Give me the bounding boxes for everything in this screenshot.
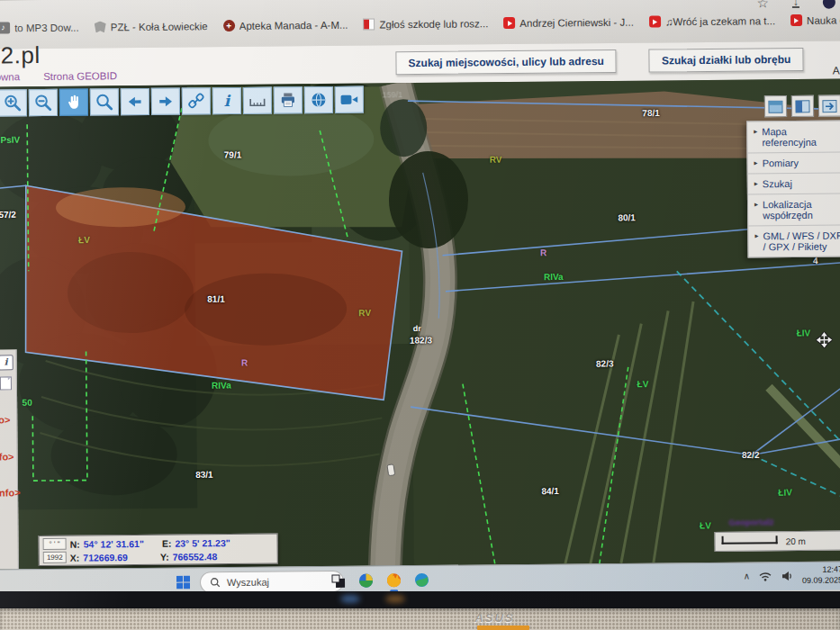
menu-item-label: Mapa referencyjna xyxy=(762,125,840,148)
map-label: ŁV xyxy=(78,235,90,245)
taskbar-clock[interactable]: 12:47 09.09.2025 xyxy=(802,565,840,587)
arrow-panel-icon[interactable] xyxy=(818,95,840,117)
zoom-in-icon xyxy=(3,93,23,112)
print-icon xyxy=(279,91,297,109)
map-label: RV xyxy=(358,308,371,318)
zoom-region-icon xyxy=(95,92,114,112)
bookmark-item[interactable]: Zgłoś szkodę lub rosz... xyxy=(363,17,488,30)
epsg-button[interactable]: 1992 xyxy=(43,552,67,563)
back-button[interactable] xyxy=(121,88,149,115)
camera-button[interactable] xyxy=(335,86,364,113)
globe-button[interactable] xyxy=(304,86,333,113)
bookmark-item[interactable]: Nauka czytania metod... xyxy=(790,14,840,26)
map-label: PsIV xyxy=(0,135,20,145)
start-button[interactable] xyxy=(176,575,190,592)
bookmark-item[interactable]: Apteka Manada - A-M... xyxy=(223,19,348,32)
youtube-icon xyxy=(503,17,515,29)
scale-label: 20 m xyxy=(786,536,806,545)
print-button[interactable] xyxy=(274,86,303,113)
split-panel-icon[interactable] xyxy=(791,95,814,117)
system-tray: ∧ 12:47 09.09.2025 xyxy=(744,565,840,587)
map-toolbar: i xyxy=(0,86,364,117)
y-label: Y: xyxy=(160,551,169,562)
pan-icon xyxy=(65,94,83,112)
info-link[interactable]: o> xyxy=(0,414,11,425)
info-icon[interactable]: i xyxy=(0,355,14,370)
map-label: 159/1 xyxy=(383,90,403,99)
forward-button[interactable] xyxy=(151,88,180,115)
info-button[interactable]: i xyxy=(212,87,241,114)
info-link[interactable]: nfo> xyxy=(0,487,21,498)
menu-item-label: Szukaj xyxy=(763,178,792,189)
task-view-icon[interactable] xyxy=(331,573,346,588)
forward-icon xyxy=(157,93,175,111)
globe-icon xyxy=(310,91,328,109)
speaker-grille xyxy=(0,608,840,630)
photos-app-icon[interactable] xyxy=(358,573,374,589)
measure-button[interactable] xyxy=(243,87,272,114)
wifi-icon[interactable] xyxy=(759,571,772,581)
menu-item[interactable]: ▸Szukaj xyxy=(748,173,840,194)
nav-link-geobid[interactable]: Strona GEOBID xyxy=(43,70,117,82)
map-attribution[interactable]: Geoportal2 xyxy=(728,517,773,526)
youtube-icon xyxy=(790,14,802,26)
menu-item-label: GML / WFS / DXF / GPX / Pikiety xyxy=(763,230,840,252)
left-panel-edge: i o>fo>nfo> xyxy=(0,349,19,569)
bookmark-item[interactable]: ♫Wróć ja czekam na t... xyxy=(649,14,775,27)
menu-item[interactable]: ▸Lokalizacja współrzędn xyxy=(748,194,840,226)
search-parcel-button[interactable]: Szukaj działki lub obrębu xyxy=(649,48,804,73)
bookmark-item[interactable]: Andrzej Cierniewski - J... xyxy=(503,16,634,29)
tray-chevron-icon[interactable]: ∧ xyxy=(744,572,750,581)
document-icon[interactable] xyxy=(0,376,12,390)
bookmarks-list: to MP3 Dow...PZŁ - Koła ŁowieckieApteka … xyxy=(0,11,840,34)
orange-sticker xyxy=(477,626,529,630)
pharmacy-icon xyxy=(223,20,235,32)
map-label: 82/2 xyxy=(742,450,760,460)
clock-date: 09.09.2025 xyxy=(802,575,840,586)
search-address-button[interactable]: Szukaj miejscowości, ulicy lub adresu xyxy=(395,50,617,75)
coordinates-panel: ° ' " N: 54° 12' 31.61" E: 23° 5' 21.23"… xyxy=(39,534,278,567)
scale-line xyxy=(722,536,778,544)
youtube-icon xyxy=(649,15,661,27)
map-label: R xyxy=(540,248,546,257)
volume-icon[interactable] xyxy=(781,571,793,581)
menu-item[interactable]: ▸Pomiary xyxy=(747,152,840,174)
map-label: dr xyxy=(413,324,421,333)
north-value: 54° 12' 31.61" xyxy=(84,537,144,549)
search-icon xyxy=(210,577,221,588)
menu-item[interactable]: ▸Mapa referencyjna xyxy=(747,121,840,153)
map-label: 182/3 xyxy=(410,335,432,345)
site-logo: l2.pl xyxy=(0,41,41,69)
dms-toggle-button[interactable]: ° ' " xyxy=(43,538,67,550)
nav-link-home[interactable]: ówna xyxy=(0,71,20,82)
zoom-region-button[interactable] xyxy=(90,88,119,115)
firefox-icon[interactable] xyxy=(386,572,402,588)
link-button[interactable] xyxy=(182,87,211,114)
map-label: 84/1 xyxy=(541,486,559,496)
zoom-in-button[interactable] xyxy=(0,89,27,116)
bookmark-label: Andrzej Cierniewski - J... xyxy=(519,16,634,28)
bookmark-item[interactable]: PZŁ - Koła Łowieckie xyxy=(95,20,208,32)
menu-arrow-icon: ▸ xyxy=(754,231,758,239)
menu-item[interactable]: ▸GML / WFS / DXF / GPX / Pikiety xyxy=(748,225,840,256)
info-link[interactable]: fo> xyxy=(0,451,14,462)
map-app-icon[interactable] xyxy=(414,572,429,588)
pan-button[interactable] xyxy=(59,89,88,116)
screen-reflection xyxy=(385,595,405,603)
map-label: 4 xyxy=(813,256,818,266)
east-label: E: xyxy=(162,537,172,548)
bookmark-item[interactable]: to MP3 Dow... xyxy=(0,22,79,34)
map-label: ŁV xyxy=(700,520,711,530)
map-canvas[interactable]: 159/178/179/1RVPsIV57/2ŁV80/1RRIVa481/1R… xyxy=(0,78,840,569)
downloads-icon[interactable]: ↓ xyxy=(792,0,799,8)
profile-avatar[interactable] xyxy=(823,0,835,9)
map-panel-icon[interactable] xyxy=(764,95,787,117)
taskbar-icons xyxy=(331,572,429,589)
east-value: 23° 5' 21.23" xyxy=(175,537,230,549)
bookmark-star-icon[interactable]: ☆ xyxy=(756,0,769,10)
map-label: 79/1 xyxy=(224,149,242,159)
taskbar-search[interactable]: Wyszukaj xyxy=(200,571,344,594)
menu-item-label: Pomiary xyxy=(763,158,799,168)
laptop-brand-logo: ASUS xyxy=(474,611,514,625)
zoom-out-button[interactable] xyxy=(29,89,58,116)
